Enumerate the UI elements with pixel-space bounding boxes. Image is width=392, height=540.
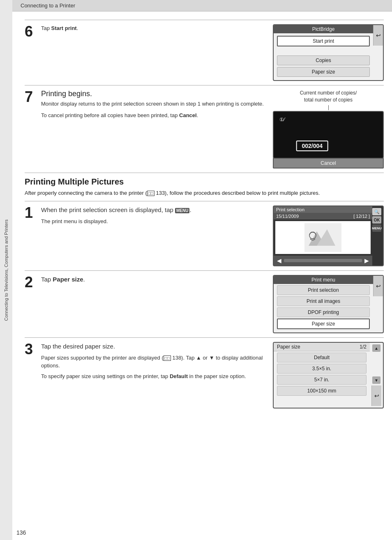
step-7-row: 7 Printing begins. Monitor display retur… [25, 90, 384, 168]
pictbridge-title: PictBridge [274, 25, 373, 33]
printing-ui: ①∕ 002/004 [273, 111, 384, 159]
divider-6 [25, 337, 384, 338]
divider-5 [25, 270, 384, 271]
step-3-row: 3 Tap the desired paper size. Paper size… [25, 342, 384, 408]
ps-pages: [ 12/12 ] [353, 214, 370, 219]
paper-100x150[interactable]: 100×150 mm [277, 386, 367, 396]
step-6-text: 6 Tap Start print. [25, 24, 265, 39]
page-header: Connecting to a Printer [12, 0, 392, 12]
paper-title: Paper size [277, 344, 300, 350]
menu-icon: MENU [175, 208, 189, 213]
paper-3x5[interactable]: 3.5×5 in. [277, 364, 367, 374]
paper-size-item[interactable]: Paper size [277, 67, 370, 77]
right-arrow-icon[interactable]: ▶ [364, 257, 369, 264]
ps-title: Print selection [276, 207, 304, 212]
step-1-heading: When the print selection screen is displ… [41, 205, 191, 215]
pictbridge-main: PictBridge Start print Copies Paper size [274, 25, 373, 80]
pi-symbols: ①∕ [277, 115, 380, 124]
print-selection-screen: Print selection 15/11/2009 [ 12/12 ] [273, 205, 384, 266]
step-7-image: Current number of copies/ total number o… [273, 90, 384, 168]
step-7-body2: To cancel printing before all copies hav… [41, 111, 264, 120]
step-7-body1: Monitor display returns to the print sel… [41, 100, 264, 108]
pm-main: Print menu Print selection Print all ima… [274, 276, 373, 332]
step-6-image: PictBridge Start print Copies Paper size… [273, 24, 384, 81]
annotation-pointer [328, 105, 329, 110]
book-icon2: □□ [164, 355, 171, 361]
main-content: Connecting to a Printer 6 Tap Start prin… [12, 0, 392, 417]
step-7-text: 7 Printing begins. Monitor display retur… [25, 90, 265, 119]
section-intro: After properly connecting the camera to … [25, 189, 384, 197]
back-button[interactable]: ↩ [373, 25, 383, 46]
zoom-button[interactable]: 🔍 [372, 208, 381, 215]
annotation-line1: Current number of copies/ [300, 90, 357, 96]
start-print-item[interactable]: Start print [277, 36, 370, 46]
cancel-button[interactable]: Cancel [273, 158, 384, 168]
step-2-row: 2 Tap Paper size. Print menu Print selec… [25, 275, 384, 333]
left-arrow-icon[interactable]: ◀ [277, 257, 281, 264]
step-3-heading: Tap the desired paper size. [41, 342, 265, 351]
scroll-down-button[interactable]: ▼ [372, 376, 380, 384]
step-3-number: 3 [25, 342, 37, 357]
annotation-line2: total number of copies [304, 97, 353, 103]
pictbridge-ui: PictBridge Start print Copies Paper size… [273, 24, 384, 81]
step-7-heading: Printing begins. [41, 90, 264, 98]
pm-print-all[interactable]: Print all images [277, 296, 370, 306]
step-3-text: 3 Tap the desired paper size. Paper size… [25, 342, 265, 380]
paper-scroll-btns: ▲ ▼ ↩ [370, 343, 383, 408]
step-7-number: 7 [25, 90, 37, 104]
step-1-body: The print menu is displayed. [41, 217, 191, 226]
menu-button[interactable]: MENU [372, 224, 381, 232]
content-area: 6 Tap Start print. PictBridge Start prin… [12, 12, 392, 417]
section-title: Printing Multiple Pictures [25, 177, 384, 187]
pm-back-button[interactable]: ↩ [373, 276, 383, 296]
pm-paper-size[interactable]: Paper size [277, 318, 370, 329]
header-title: Connecting to a Printer [21, 2, 75, 9]
divider-4 [25, 201, 384, 201]
sidebar: Connecting to Televisions, Computers and… [0, 0, 12, 540]
step-6-number: 6 [25, 24, 37, 39]
ps-image-area [275, 221, 371, 254]
print-counter: 002/004 [296, 141, 328, 151]
step-1-image: Print selection 15/11/2009 [ 12/12 ] [273, 205, 384, 266]
copies-item[interactable]: Copies [277, 55, 370, 65]
divider-2 [25, 85, 384, 85]
step-3-body1: Paper sizes supported by the printer are… [41, 354, 265, 370]
step-6-row: 6 Tap Start print. PictBridge Start prin… [25, 24, 384, 81]
paper-size-ui: Paper size 1/2 Default 3.5×5 in. 5×7 in.… [273, 342, 384, 408]
step-2-text: 2 Tap Paper size. [25, 275, 265, 290]
ok-button[interactable]: OK [372, 216, 381, 224]
step-3-image: Paper size 1/2 Default 3.5×5 in. 5×7 in.… [273, 342, 384, 408]
paper-5x7[interactable]: 5×7 in. [277, 375, 367, 385]
paper-page: 1/2 [360, 344, 367, 350]
divider-3 [25, 173, 384, 173]
photo-preview [304, 223, 341, 252]
page-number: 136 [16, 529, 26, 536]
paper-back-button[interactable]: ↩ [371, 385, 381, 406]
book-icon: □□ [147, 191, 154, 196]
step-1-text: 1 When the print selection screen is dis… [25, 205, 265, 225]
paper-ui-header: Paper size 1/2 [274, 343, 370, 351]
step-6-instruction: Tap Start print. [41, 24, 78, 32]
step-2-number: 2 [25, 275, 37, 290]
paper-main: Paper size 1/2 Default 3.5×5 in. 5×7 in.… [274, 343, 370, 408]
scroll-up-button[interactable]: ▲ [372, 344, 380, 352]
pm-print-selection[interactable]: Print selection [277, 285, 370, 295]
step-1-number: 1 [25, 205, 37, 220]
ps-date-row: 15/11/2009 [ 12/12 ] [274, 213, 372, 219]
ps-topbar: Print selection [274, 206, 372, 213]
ps-controls: ◀ ▶ [274, 256, 372, 265]
pm-dpof[interactable]: DPOF printing [277, 307, 370, 317]
print-menu-ui: Print menu Print selection Print all ima… [273, 275, 384, 333]
step-3-body2: To specify paper size using settings on … [41, 372, 265, 381]
divider-top [25, 20, 384, 20]
sidebar-label: Connecting to Televisions, Computers and… [4, 219, 9, 321]
pm-title: Print menu [274, 276, 373, 284]
step-2-image: Print menu Print selection Print all ima… [273, 275, 384, 333]
annotation-text: Current number of copies/ total number o… [273, 90, 384, 104]
step-2-instruction: Tap Paper size. [41, 275, 85, 284]
paper-default[interactable]: Default [277, 353, 367, 362]
ps-date: 15/11/2009 [276, 214, 299, 219]
ps-main: Print selection 15/11/2009 [ 12/12 ] [274, 206, 372, 265]
ps-right-buttons: 🔍 OK MENU [372, 206, 383, 265]
step-1-row: 1 When the print selection screen is dis… [25, 205, 384, 266]
